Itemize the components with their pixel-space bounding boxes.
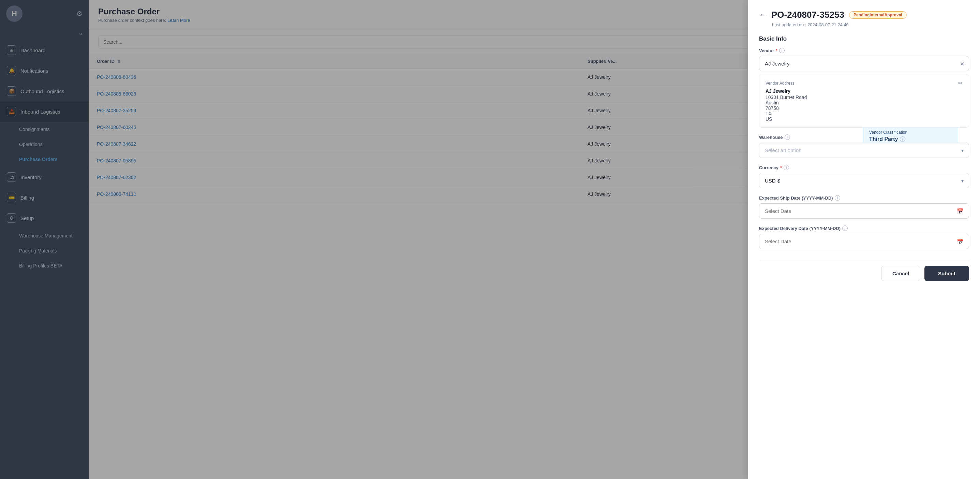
last-updated: Last updated on : 2024-08-07 21:24:40 (772, 22, 969, 27)
currency-required-star: * (780, 165, 782, 170)
vendor-address-name: AJ Jewelry (765, 88, 963, 94)
vendor-address-city: Austin (765, 100, 963, 105)
vendor-address-state: TX (765, 111, 963, 117)
cancel-button[interactable]: Cancel (881, 266, 920, 281)
panel-form: Vendor Classification Third Party i ⚠ Th… (759, 35, 969, 281)
vendor-info-icon[interactable]: i (779, 48, 784, 53)
vc-info-icon[interactable]: i (900, 136, 905, 142)
delivery-date-input[interactable] (759, 234, 969, 249)
ship-date-wrapper: 📅 (759, 203, 969, 219)
currency-label: Currency * i (759, 165, 969, 170)
vendor-input[interactable] (759, 56, 969, 71)
section-basic-info: Basic Info (759, 35, 969, 42)
status-badge: PendingInternalApproval (849, 11, 907, 19)
warehouse-select-wrapper: Select an option ▾ (759, 143, 969, 158)
delivery-date-label: Expected Delivery Date (YYYY-MM-DD) i (759, 225, 969, 231)
currency-select-wrapper: USD-$ ▾ (759, 173, 969, 188)
panel-footer: Cancel Submit (759, 260, 969, 281)
required-star: * (776, 48, 778, 53)
warehouse-info-icon[interactable]: i (784, 134, 790, 140)
ship-date-input[interactable] (759, 203, 969, 219)
vendor-address-label: Vendor Address ✏ (765, 80, 963, 86)
vc-value: Third Party i (869, 136, 952, 142)
vendor-input-wrapper: ✕ (759, 56, 969, 71)
ship-date-info-icon[interactable]: i (835, 195, 840, 201)
purchase-order-panel: ← PO-240807-35253 PendingInternalApprova… (748, 0, 980, 479)
vendor-address-zip: 78758 (765, 105, 963, 111)
submit-button[interactable]: Submit (924, 266, 969, 281)
delivery-date-wrapper: 📅 (759, 234, 969, 249)
currency-info-icon[interactable]: i (784, 165, 789, 170)
vc-section-label: Vendor Classification (869, 130, 952, 135)
edit-address-icon[interactable]: ✏ (958, 80, 963, 86)
currency-select[interactable]: USD-$ (759, 173, 969, 188)
panel-title-row: ← PO-240807-35253 PendingInternalApprova… (759, 10, 969, 20)
vendor-address-country: US (765, 117, 963, 122)
ship-date-label: Expected Ship Date (YYYY-MM-DD) i (759, 195, 969, 201)
vendor-label: Vendor * i (759, 48, 969, 53)
back-button[interactable]: ← (759, 11, 767, 19)
panel-title: PO-240807-35253 (771, 10, 844, 20)
warehouse-select[interactable]: Select an option (759, 143, 969, 158)
vendor-address-card: Vendor Address ✏ AJ Jewelry 10301 Burnet… (759, 74, 969, 128)
vendor-clear-button[interactable]: ✕ (960, 61, 964, 67)
delivery-date-info-icon[interactable]: i (842, 225, 848, 231)
vendor-address-street: 10301 Burnet Road (765, 94, 963, 100)
